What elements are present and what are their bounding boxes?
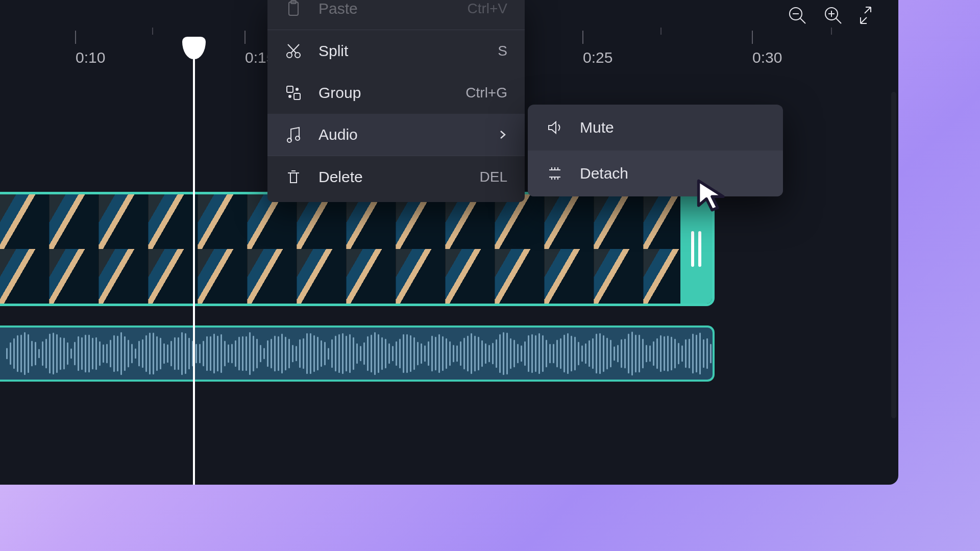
menu-item-label: Group	[318, 84, 449, 102]
paste-icon	[285, 0, 302, 17]
ruler-tick: 0:10	[76, 49, 105, 66]
video-frame	[0, 194, 50, 304]
video-frame	[347, 194, 396, 304]
waveform	[6, 328, 706, 380]
audio-clip[interactable]	[0, 325, 715, 382]
menu-item-shortcut: S	[498, 43, 507, 59]
svg-point-15	[296, 88, 298, 90]
vertical-scrollbar[interactable]	[891, 92, 896, 418]
timeline-zoom-controls	[787, 5, 879, 28]
playhead[interactable]	[193, 40, 195, 485]
menu-item-group[interactable]: GroupCtrl+G	[267, 72, 525, 114]
ruler-minor-tick	[152, 28, 153, 35]
svg-line-1	[800, 18, 805, 23]
submenu-item-detach[interactable]: Detach	[528, 151, 783, 196]
menu-item-shortcut: Ctrl+V	[467, 1, 507, 17]
video-frame	[99, 194, 149, 304]
ruler-minor-tick	[660, 28, 662, 35]
menu-item-paste[interactable]: PasteCtrl+V	[267, 0, 525, 30]
video-clip[interactable]	[0, 192, 715, 306]
menu-item-shortcut: DEL	[480, 169, 507, 185]
menu-item-label: Paste	[318, 0, 451, 17]
chevron-right-icon	[498, 130, 507, 139]
clip-trim-handle[interactable]	[680, 194, 712, 304]
video-frame	[248, 194, 297, 304]
menu-item-shortcut: Ctrl+G	[465, 85, 507, 101]
scissors-icon	[285, 42, 302, 60]
video-frame	[149, 194, 198, 304]
timeline-editor: 0:100:150:250:30 PasteCtrl+VSplitSGroupC…	[0, 0, 898, 485]
detach-icon	[546, 165, 564, 182]
video-frame	[297, 194, 347, 304]
submenu-item-label: Detach	[580, 165, 765, 182]
video-frame	[545, 194, 594, 304]
menu-item-label: Delete	[318, 168, 463, 186]
video-frame	[396, 194, 446, 304]
zoom-in-icon[interactable]	[823, 5, 843, 28]
trash-icon	[285, 168, 302, 186]
svg-point-9	[287, 53, 292, 58]
ruler-minor-tick	[831, 28, 832, 35]
svg-rect-13	[287, 86, 293, 92]
menu-item-delete[interactable]: DeleteDEL	[267, 156, 525, 198]
ruler-tick: 0:30	[752, 49, 782, 66]
speaker-icon	[546, 119, 564, 136]
menu-item-label: Split	[318, 42, 481, 60]
svg-point-16	[289, 95, 291, 97]
menu-item-split[interactable]: SplitS	[267, 30, 525, 72]
submenu-item-label: Mute	[580, 119, 765, 136]
music-icon	[285, 126, 302, 143]
video-frame	[50, 194, 99, 304]
group-icon	[285, 84, 302, 102]
video-frame	[594, 194, 644, 304]
zoom-out-icon[interactable]	[787, 5, 807, 28]
svg-rect-14	[294, 93, 300, 99]
video-frame	[446, 194, 495, 304]
fit-screen-icon[interactable]	[859, 5, 879, 28]
video-frame	[495, 194, 545, 304]
submenu-item-mute[interactable]: Mute	[528, 105, 783, 151]
svg-line-4	[836, 18, 841, 23]
svg-point-10	[295, 53, 300, 58]
video-frame	[198, 194, 248, 304]
ruler-tick: 0:25	[583, 49, 612, 66]
menu-item-audio[interactable]: Audio	[267, 114, 525, 156]
context-menu: PasteCtrl+VSplitSGroupCtrl+GAudioDeleteD…	[267, 0, 525, 202]
menu-item-label: Audio	[318, 126, 482, 143]
svg-point-18	[296, 136, 300, 140]
audio-submenu: MuteDetach	[528, 105, 783, 196]
